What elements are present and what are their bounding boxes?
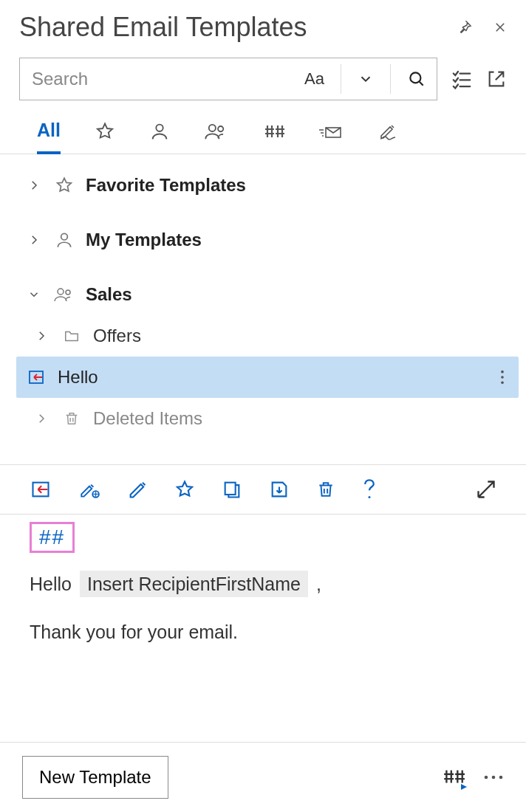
folder-label: Deleted Items <box>93 408 202 429</box>
titlebar-actions <box>457 19 507 35</box>
insert-icon[interactable] <box>30 479 52 500</box>
search-input[interactable] <box>30 68 304 90</box>
expand-icon[interactable] <box>476 479 496 500</box>
chevron-down-icon <box>25 288 43 301</box>
folder-my-templates[interactable]: My Templates <box>19 219 519 261</box>
pin-icon[interactable] <box>457 19 473 35</box>
folder-sales[interactable]: Sales <box>19 274 519 315</box>
folder-favorite-templates[interactable]: Favorite Templates <box>19 165 519 206</box>
copy-icon[interactable] <box>222 479 242 500</box>
checklist-icon[interactable] <box>451 68 473 90</box>
folder-icon <box>61 328 83 344</box>
preview-toolbar <box>0 465 526 514</box>
svg-point-1 <box>156 125 163 131</box>
svg-point-9 <box>501 371 504 374</box>
svg-point-11 <box>501 382 504 385</box>
match-case-button[interactable]: Aa <box>304 69 324 89</box>
tab-personal[interactable] <box>149 121 170 152</box>
more-horizontal-icon[interactable] <box>483 774 504 781</box>
svg-rect-14 <box>225 483 236 495</box>
svg-point-10 <box>501 376 504 379</box>
folder-label: Favorite Templates <box>86 175 246 196</box>
folder-label: Offers <box>93 326 141 346</box>
delete-icon[interactable] <box>316 479 335 500</box>
edit-html-icon[interactable] <box>78 479 100 500</box>
divider <box>390 64 391 94</box>
macro-placeholder: Insert RecipientFirstName <box>80 571 308 597</box>
svg-point-15 <box>369 496 371 498</box>
folder-label: My Templates <box>86 230 202 250</box>
svg-point-18 <box>499 776 503 780</box>
search-icon[interactable] <box>407 69 426 89</box>
titlebar: Shared Email Templates <box>0 0 526 49</box>
help-icon[interactable] <box>362 478 377 500</box>
tab-macros[interactable] <box>263 122 285 151</box>
divider <box>341 64 341 94</box>
person-icon <box>53 230 75 250</box>
team-icon <box>53 286 75 303</box>
folder-label: Sales <box>86 284 132 305</box>
trash-icon <box>61 410 83 427</box>
template-label: Hello <box>58 367 98 388</box>
open-external-icon[interactable] <box>486 69 507 89</box>
search-box: Aa <box>19 58 437 100</box>
tab-mailings[interactable] <box>319 122 344 151</box>
preview-greeting-line: Hello Insert RecipientFirstName , <box>30 574 496 595</box>
close-icon[interactable] <box>493 21 507 34</box>
import-icon[interactable] <box>269 479 290 500</box>
template-hello[interactable]: Hello <box>16 357 519 398</box>
app-title: Shared Email Templates <box>19 12 307 43</box>
insert-macro-icon[interactable] <box>442 767 465 788</box>
svg-point-2 <box>209 125 216 131</box>
chevron-right-icon <box>25 179 43 192</box>
preview-body-text: Thank you for your email. <box>30 622 496 643</box>
svg-point-6 <box>58 289 64 295</box>
svg-point-0 <box>410 72 420 83</box>
bottom-bar: New Template <box>0 742 526 812</box>
greeting-text: Hello <box>30 574 72 594</box>
template-preview: ## Hello Insert RecipientFirstName , Tha… <box>0 515 526 643</box>
new-template-button[interactable]: New Template <box>22 756 168 799</box>
insert-template-icon <box>25 368 47 386</box>
chevron-right-icon <box>25 233 43 247</box>
folder-deleted-items[interactable]: Deleted Items <box>19 398 519 439</box>
more-vertical-icon[interactable] <box>499 369 519 385</box>
filter-tabs: All <box>0 100 526 154</box>
svg-point-3 <box>218 126 223 131</box>
tab-all[interactable]: All <box>37 120 61 154</box>
comma: , <box>316 574 321 594</box>
svg-point-17 <box>492 776 496 780</box>
folder-offers[interactable]: Offers <box>19 315 519 357</box>
svg-point-5 <box>61 233 68 240</box>
star-icon <box>53 176 75 195</box>
chevron-right-icon <box>33 329 50 343</box>
search-row: Aa <box>0 49 526 100</box>
chevron-right-icon <box>33 412 50 425</box>
template-tree: Favorite Templates My Templates Sales Of… <box>0 154 526 447</box>
search-box-controls: Aa <box>304 64 426 94</box>
favorite-icon[interactable] <box>174 479 195 500</box>
tab-team[interactable] <box>204 121 229 152</box>
tab-signatures[interactable] <box>378 122 402 151</box>
edit-icon[interactable] <box>127 479 148 500</box>
macro-badge: ## <box>30 522 75 553</box>
svg-point-7 <box>66 290 70 295</box>
chevron-down-icon[interactable] <box>358 71 374 87</box>
tab-favorites[interactable] <box>95 121 115 152</box>
svg-point-16 <box>485 776 488 780</box>
